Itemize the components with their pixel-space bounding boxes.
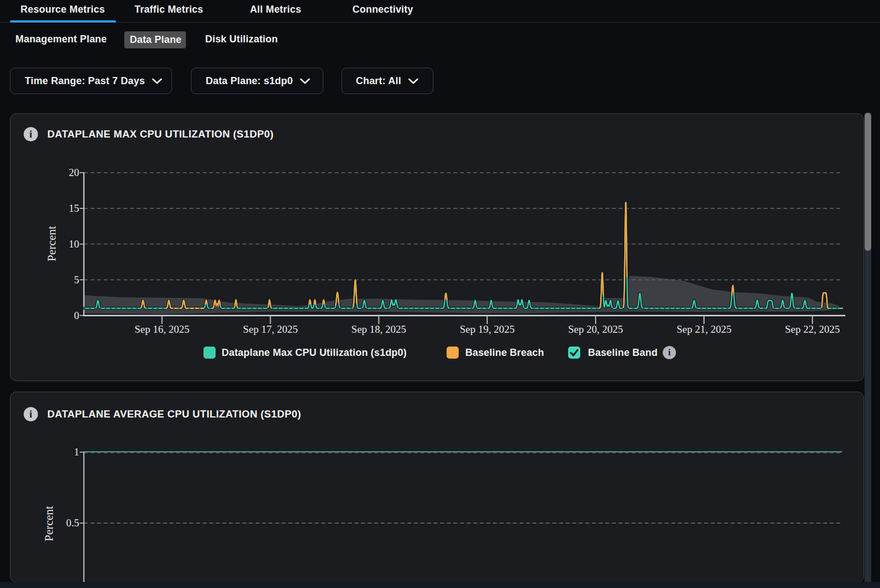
svg-text:Sep 18, 2025: Sep 18, 2025: [351, 323, 406, 335]
svg-text:0: 0: [74, 310, 80, 321]
svg-text:1: 1: [74, 446, 80, 458]
svg-text:5: 5: [74, 274, 80, 285]
svg-text:20: 20: [69, 167, 79, 178]
svg-text:Percent: Percent: [42, 506, 56, 541]
svg-text:Sep 22, 2025: Sep 22, 2025: [785, 323, 840, 335]
svg-text:Sep 19, 2025: Sep 19, 2025: [460, 323, 515, 335]
svg-text:Sep 16, 2025: Sep 16, 2025: [135, 323, 190, 335]
svg-text:Sep 17, 2025: Sep 17, 2025: [243, 323, 298, 335]
svg-text:15: 15: [69, 202, 79, 214]
svg-text:Sep 20, 2025: Sep 20, 2025: [568, 323, 623, 335]
svg-text:10: 10: [69, 238, 79, 250]
svg-text:0.5: 0.5: [66, 517, 79, 529]
svg-text:Percent: Percent: [45, 226, 58, 261]
svg-text:Sep 21, 2025: Sep 21, 2025: [676, 323, 732, 335]
